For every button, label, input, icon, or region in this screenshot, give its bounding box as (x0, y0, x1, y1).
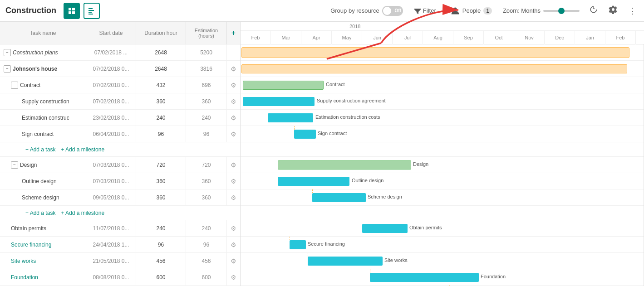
duration-cell: 96 (136, 126, 186, 142)
estimation-cell: 360 (186, 189, 227, 205)
gear-cell[interactable]: ⚙ (227, 110, 240, 126)
gear-cell[interactable]: ⚙ (227, 237, 240, 252)
add-milestone-link-2[interactable]: + Add a milestone (61, 210, 104, 216)
task-name-text[interactable]: Supply construction (22, 98, 69, 105)
estimation-cell: 240 (186, 110, 227, 126)
gear-cell[interactable]: ⚙ (227, 220, 240, 236)
task-name-text[interactable]: Scheme design (22, 194, 59, 201)
task-name-text[interactable]: Contract (20, 82, 40, 88)
grid-view-button[interactable] (64, 3, 80, 19)
gantt-bar-label: Sign contract (318, 131, 347, 136)
gear-cell[interactable]: ⚙ (227, 189, 240, 205)
gantt-bar[interactable] (243, 81, 324, 90)
gear-cell[interactable]: ⚙ (227, 173, 240, 189)
history-icon[interactable] (587, 3, 600, 18)
month-mar: Mar (271, 31, 301, 44)
task-name-cell: − Construction plans (0, 44, 86, 60)
add-milestone-link[interactable]: + Add a milestone (61, 146, 104, 153)
gantt-bar[interactable] (312, 193, 366, 202)
top-bar: Construction Group by resource Off (0, 0, 644, 22)
task-name-text[interactable]: Secure financing (11, 242, 51, 248)
th-add[interactable]: + (227, 22, 241, 44)
start-date-cell: 09/05/2018 0... (86, 189, 136, 205)
gantt-bar[interactable] (294, 130, 316, 139)
gantt-bar[interactable] (268, 113, 313, 122)
gantt-header: 2018 Feb Mar Apr May Jun Jul Aug Sep Oct… (241, 22, 644, 44)
task-name-text[interactable]: Johnson's house (13, 66, 57, 72)
task-name-text[interactable]: Outline design (22, 178, 57, 184)
gantt-bar[interactable] (370, 273, 479, 282)
expand-btn[interactable]: − (11, 161, 18, 169)
gantt-bar[interactable] (308, 257, 383, 266)
gantt-inner: 2018 Feb Mar Apr May Jun Jul Aug Sep Oct… (241, 22, 644, 286)
more-icon[interactable]: ⋮ (627, 4, 639, 18)
add-task-link[interactable]: + Add a task (25, 146, 55, 153)
gear-cell[interactable]: ⚙ (227, 157, 240, 173)
month-oct: Oct (484, 31, 514, 44)
svg-rect-2 (69, 11, 71, 14)
gear-cell[interactable]: ⚙ (227, 77, 240, 93)
start-date-cell: 24/04/2018 1... (86, 237, 136, 252)
people-button[interactable]: People 1 (447, 5, 496, 17)
gantt-view-button[interactable] (84, 3, 100, 19)
group-resource-toggle[interactable]: Off (382, 6, 403, 16)
add-task-link-2[interactable]: + Add a task (25, 210, 55, 216)
task-name-text[interactable]: Site works (11, 258, 36, 264)
estimation-cell: 600 (186, 269, 227, 285)
start-date-cell: 11/07/2018 0... (86, 220, 136, 236)
task-rows: − Construction plans 07/02/2018 ... 2648… (0, 44, 240, 286)
task-name-cell: − Johnson's house (0, 61, 86, 77)
task-name-text[interactable]: Sign contract (22, 131, 54, 137)
gantt-row: Site works (241, 253, 644, 269)
gantt-bar[interactable] (278, 177, 349, 186)
gantt-bar[interactable] (290, 240, 306, 249)
gear-cell[interactable]: ⚙ (227, 269, 240, 285)
duration-cell: 600 (136, 269, 186, 285)
gantt-row: Secure financing (241, 237, 644, 253)
gear-cell[interactable]: ⚙ (227, 126, 240, 142)
svg-rect-4 (88, 8, 93, 9)
svg-rect-7 (88, 14, 93, 15)
gantt-bar-label: Scheme design (368, 194, 402, 199)
expand-btn[interactable]: − (11, 82, 18, 89)
task-name-text[interactable]: Foundation (11, 274, 38, 281)
gear-cell[interactable]: ⚙ (227, 253, 240, 269)
gear-cell[interactable]: ⚙ (227, 93, 240, 109)
gantt-bar[interactable] (243, 97, 315, 106)
duration-cell: 2648 (136, 44, 186, 60)
task-name-text[interactable]: Obtain permits (11, 225, 46, 232)
gantt-row: Design (241, 157, 644, 173)
expand-btn[interactable]: − (4, 65, 11, 73)
estimation-cell: 96 (186, 126, 227, 142)
group-by-resource-control: Group by resource Off (330, 6, 403, 16)
filter-label: Filter (423, 7, 436, 14)
gantt-bar-label: Secure financing (308, 241, 345, 247)
gantt-row (241, 44, 644, 61)
task-name-text[interactable]: Construction plans (13, 49, 58, 56)
task-name-cell: − Design (0, 157, 86, 173)
estimation-cell: 456 (186, 253, 227, 269)
gantt-bar[interactable] (241, 64, 627, 73)
expand-btn[interactable]: − (4, 49, 11, 56)
task-name-cell: Secure financing (0, 237, 86, 252)
table-row: Supply construction 07/02/2018 0... 360 … (0, 93, 240, 110)
gantt-bar-label: Estimation construction costs (315, 114, 380, 120)
settings-icon[interactable] (607, 3, 619, 18)
gantt-bar[interactable] (362, 224, 408, 233)
start-date-cell: 07/02/2018 ... (86, 44, 136, 60)
month-jun: Jun (362, 31, 393, 44)
task-name-text[interactable]: Design (20, 162, 37, 168)
gear-cell[interactable]: ⚙ (227, 61, 240, 77)
filter-button[interactable]: Filter (410, 5, 440, 16)
svg-rect-6 (88, 12, 92, 13)
table-row: Scheme design 09/05/2018 0... 360 360 ⚙ (0, 189, 240, 206)
gear-cell (227, 44, 240, 60)
table-row: Estimation construc 23/02/2018 0... 240 … (0, 110, 240, 126)
gantt-bar[interactable] (278, 160, 411, 170)
start-date-cell: 06/04/2018 0... (86, 126, 136, 142)
gantt-bar[interactable] (241, 47, 629, 58)
toggle-state-label: Off (394, 8, 401, 13)
month-nov: Nov (514, 31, 545, 44)
zoom-slider[interactable] (543, 10, 580, 12)
task-name-text[interactable]: Estimation construc (22, 115, 69, 121)
